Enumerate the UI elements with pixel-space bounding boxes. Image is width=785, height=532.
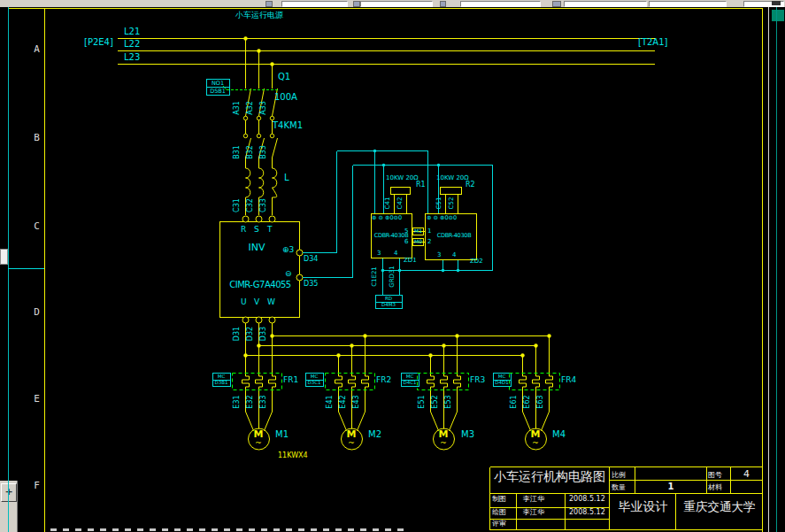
brake2-t4: 4 — [452, 252, 456, 258]
university-name: 重庆交通大学 — [677, 501, 762, 513]
wire-d35: D35 — [304, 281, 318, 288]
motor2-name: M2 — [368, 430, 381, 439]
dc-minus-terminal: ⊖ — [285, 270, 292, 278]
dc-bus-wiring — [303, 151, 493, 296]
brake1-terminals: ⊕ ⊖ ⊕0⊖0 — [372, 215, 402, 221]
inverter-term-r: R — [241, 226, 246, 234]
zone-row-d: D — [31, 306, 42, 318]
fr4-refbox-row1: MC — [493, 374, 511, 380]
fr3-refbox-row1: MC — [401, 374, 419, 380]
inverter-model: CIMR-G7A4055 — [221, 281, 299, 289]
fr1-refbox-row1: MC — [212, 374, 230, 380]
ground-wire-2: GRD31 — [389, 262, 396, 292]
brake2-t2: 2 — [427, 239, 431, 245]
inverter-term-u: U — [241, 298, 247, 306]
motor-rating: 11KWX4 — [278, 452, 308, 459]
link-label-1: M1 — [414, 228, 422, 234]
brake2-t1: 1 — [427, 228, 431, 235]
phase-line-l22: L22 — [124, 40, 140, 49]
brake1-t5: 5 — [404, 228, 408, 235]
phase-line-l21: L21 — [124, 27, 140, 36]
relay-fr2: FR2 — [376, 376, 391, 384]
fr4-refbox-row2: D4D1 — [493, 381, 511, 386]
header-note: 小车运行电源 — [235, 12, 283, 19]
wire-e62: E62 — [524, 387, 531, 417]
wire-e63: E63 — [537, 387, 544, 417]
wire-e61: E61 — [511, 387, 518, 417]
qty-label: 数量 — [612, 484, 626, 491]
zone-row-c: C — [31, 220, 42, 232]
wire-e52: E52 — [432, 387, 439, 417]
brake2-terminals: ⊕ ⊖ ⊕0⊖0 — [427, 215, 457, 221]
wire-e51: E51 — [419, 387, 426, 417]
wire-a31: A31 — [234, 93, 241, 123]
wire-b33: B33 — [260, 137, 267, 167]
fr1-refbox-row2: D3B1 — [212, 381, 230, 386]
fr2-refbox-row2: D3C1 — [305, 381, 323, 386]
brake2-model: CDBR-4030B — [433, 233, 475, 239]
motor3-wave: ~ — [433, 439, 454, 447]
ground-refbox-row1: RD — [375, 297, 402, 302]
dwg-no-value: 4 — [731, 469, 762, 479]
power-lines — [118, 39, 655, 65]
wire-c33: C33 — [260, 190, 267, 220]
resistor1-spec: 10KW 20Ω — [386, 175, 419, 181]
brake1-t3: 3 — [377, 251, 381, 257]
inverter-term-v: V — [254, 298, 259, 306]
cad-viewport: + — [0, 0, 785, 532]
wire-a33: A33 — [260, 93, 267, 123]
breaker-refbox-row1: NO1 — [206, 81, 229, 87]
resistor1-name: R1 — [416, 181, 426, 189]
wire-b31: B31 — [234, 137, 241, 167]
zone-row-b: B — [31, 132, 42, 143]
wire-e53: E53 — [445, 387, 452, 417]
dc-plus-terminal: ⊕3 — [282, 246, 294, 254]
wire-d34: D34 — [304, 256, 318, 263]
source-ref: [P2E4] — [84, 38, 113, 47]
relay-fr1: FR1 — [283, 376, 298, 384]
fr3-refbox-row2: D4C1 — [401, 381, 419, 386]
dest-ref: [T2A1] — [638, 38, 667, 47]
inverter-term-w: W — [267, 298, 275, 306]
breaker-name: Q1 — [278, 73, 290, 81]
wire-c32: C32 — [247, 190, 254, 220]
zone-row-a: A — [31, 43, 42, 55]
ground-refbox-row2: D4M3 — [375, 303, 402, 308]
wire-e32: E32 — [247, 387, 254, 417]
wire-e33: E33 — [260, 387, 267, 417]
contactor-name: T4KM1 — [273, 121, 303, 130]
wire-e43: E43 — [353, 387, 360, 417]
motor1-name: M1 — [275, 430, 289, 439]
drawn-name: 李江华 — [523, 496, 544, 503]
wire-e41: E41 — [327, 387, 334, 417]
wire-d31: D31 — [234, 319, 241, 349]
breaker-rating: 100A — [274, 93, 297, 102]
wire-b32: B32 — [247, 137, 254, 167]
zone-row-f: F — [31, 480, 42, 491]
traced-date: 2008.5.12 — [569, 509, 605, 516]
qty-value: 1 — [635, 482, 706, 491]
motor4-name: M4 — [552, 430, 566, 439]
wire-a32: A32 — [247, 93, 254, 123]
zone-row-e: E — [31, 393, 42, 405]
inverter-term-s: S — [254, 226, 259, 234]
brake1-t6: 6 — [404, 239, 408, 245]
motor2-wave: ~ — [341, 439, 362, 447]
motor3-name: M3 — [461, 430, 474, 439]
traced-label: 绘图 — [492, 509, 506, 516]
breaker-refbox-row2: D5B1 — [206, 89, 229, 95]
wire-c31: C31 — [234, 190, 241, 220]
resistor2-spec: 10KW 20Ω — [436, 175, 469, 181]
material-label: 材料 — [708, 484, 722, 491]
project-name: 毕业设计 — [611, 500, 675, 513]
wire-d32: D32 — [247, 319, 254, 349]
title-block-title: 小车运行机构电路图 — [491, 470, 608, 482]
wire-e42: E42 — [340, 387, 347, 417]
resistor2-name: R2 — [466, 181, 475, 189]
inverter-title: INV — [243, 243, 270, 252]
brake2-name: ZD2 — [470, 258, 483, 265]
wire-e31: E31 — [234, 387, 241, 417]
fr2-refbox-row1: MC — [305, 374, 323, 380]
brake1-t4: 4 — [394, 251, 397, 257]
relay-fr4: FR4 — [561, 376, 576, 384]
